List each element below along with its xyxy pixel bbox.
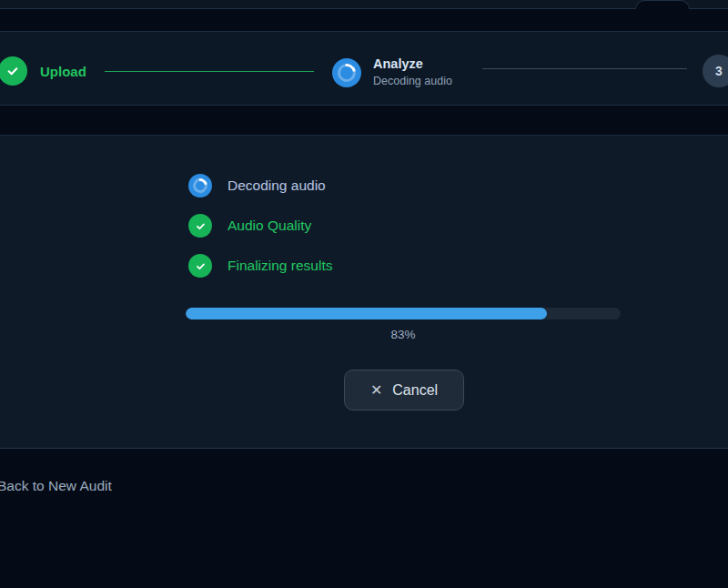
topbar-notch: [635, 0, 690, 9]
stepper-connector-upcoming: [482, 68, 687, 69]
stepper-step-3-badge: 3: [703, 55, 728, 87]
top-browser-bar: [0, 0, 728, 9]
spinner-icon: [332, 58, 361, 87]
task-label: Finalizing results: [228, 258, 332, 274]
task-row-audio-quality: Audio Quality: [188, 214, 332, 238]
check-circle-icon: [188, 254, 212, 278]
stepper-connector-complete: [105, 71, 314, 72]
progress-bar: [186, 308, 621, 319]
task-label: Audio Quality: [228, 218, 311, 234]
back-to-new-audit-link[interactable]: Back to New Audit: [0, 478, 112, 494]
cancel-button[interactable]: ✕ Cancel: [344, 370, 464, 411]
cancel-button-label: Cancel: [392, 382, 438, 399]
task-row-decoding-audio: Decoding audio: [188, 174, 332, 198]
spinner-icon: [188, 174, 212, 198]
step-analyze-label: Analyze: [373, 56, 452, 72]
task-row-finalizing-results: Finalizing results: [188, 254, 332, 278]
close-icon: ✕: [370, 381, 382, 399]
step-analyze-sublabel: Decoding audio: [373, 75, 452, 88]
task-label: Decoding audio: [228, 177, 326, 194]
progress-percent-label: 83%: [186, 328, 621, 341]
stepper-step-upload: Upload: [0, 56, 86, 86]
step-upload-label: Upload: [40, 64, 86, 79]
check-circle-icon: [188, 214, 212, 238]
stepper-step-analyze: Analyze Decoding audio: [332, 56, 452, 88]
progress-stepper: Upload Analyze Decoding audio 3: [0, 31, 728, 106]
check-circle-icon: [0, 56, 27, 86]
analysis-progress-panel: Decoding audio Audio Quality Finalizing …: [0, 135, 728, 449]
progress-fill: [186, 308, 547, 319]
task-list: Decoding audio Audio Quality Finalizing …: [188, 174, 332, 278]
